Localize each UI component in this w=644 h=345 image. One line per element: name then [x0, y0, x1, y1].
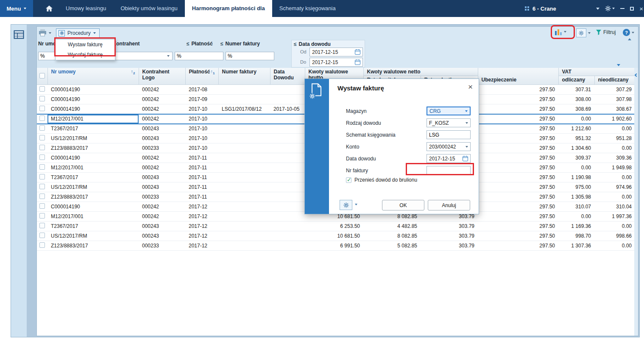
przenies-dowod-checkbox-row[interactable]: Przenieś dowód do brulionu — [346, 177, 417, 183]
cell: M12/2017/001 — [47, 114, 139, 124]
checkbox-checked[interactable] — [346, 177, 351, 183]
cell: C000014190 — [47, 95, 139, 104]
row-checkbox[interactable] — [39, 145, 45, 150]
row-checkbox[interactable] — [39, 86, 45, 92]
dialog-close-button[interactable]: × — [468, 83, 473, 91]
cell: 297.50 — [478, 153, 558, 163]
row-checkbox[interactable] — [39, 125, 45, 131]
procedury-menu-item[interactable]: Wystaw fakturę — [56, 39, 115, 50]
help-button[interactable]: ? — [623, 29, 634, 36]
rodzaj-dowodu-select[interactable]: F_KOSZ — [427, 118, 471, 127]
collapse-toolbar-chevron[interactable] — [628, 38, 631, 40]
table-row[interactable]: T2367/20170002432017-126 253.504 482.853… — [37, 222, 635, 231]
chevron-down-icon — [588, 32, 591, 34]
chevron-down-icon — [632, 32, 634, 34]
cell: 308.00 — [558, 95, 594, 104]
data-dowodu-input[interactable]: 2017-12-15 — [427, 154, 471, 163]
restore-button[interactable] — [630, 7, 634, 11]
close-button[interactable]: × — [639, 6, 643, 12]
filter-expand-chevron[interactable] — [617, 64, 620, 66]
procedury-menu-item[interactable]: Wycofaj fakturę — [56, 50, 115, 60]
row-checkbox[interactable] — [39, 194, 45, 199]
dialog-title: Wystaw fakturę — [337, 84, 384, 92]
row-checkbox[interactable] — [39, 174, 45, 180]
row-checkbox[interactable] — [39, 213, 45, 219]
chevron-down-icon[interactable] — [596, 8, 599, 10]
procedury-menu: Wystaw fakturęWycofaj fakturę — [55, 39, 115, 60]
tab-obiekty-umow-leasingu[interactable]: Obiekty umów leasingu — [113, 0, 184, 17]
print-button[interactable] — [39, 29, 51, 36]
table-row[interactable]: US/12/2017/RM0002432017-1210 681.508 082… — [37, 231, 635, 241]
select-all-checkbox[interactable] — [37, 68, 47, 85]
row-checkbox[interactable] — [39, 96, 45, 101]
home-button[interactable] — [41, 0, 58, 17]
tab-harmonogram-platnosci[interactable]: Harmonogram płatności dla — [185, 0, 272, 17]
col-header-ubezpieczenie[interactable]: Ubezpieczenie — [478, 68, 558, 85]
cell: 303.79 — [421, 231, 478, 241]
col-header-nieodliczany[interactable]: nieodliczany — [594, 76, 635, 85]
schemat-ksiegowania-input[interactable] — [427, 130, 471, 139]
filter-input-platnosc[interactable] — [175, 52, 223, 60]
cell: 2017-11 — [185, 173, 218, 182]
dialog-settings-button[interactable] — [340, 200, 352, 210]
row-checkbox[interactable] — [39, 203, 45, 209]
grid-settings-button[interactable] — [576, 28, 591, 37]
date-to-input[interactable]: 2017-12-15 — [309, 58, 363, 67]
table-row[interactable]: Z123/8883/20170002332017-126 991.505 082… — [37, 241, 635, 251]
row-checkbox[interactable] — [39, 164, 45, 170]
cell: 297.50 — [478, 85, 558, 95]
date-from-input[interactable]: 2017-12-15 — [309, 48, 363, 56]
cell: 1 169.36 — [558, 222, 594, 231]
row-checkbox[interactable] — [39, 233, 45, 238]
cell — [218, 134, 270, 143]
col-header-platnosc[interactable]: Płatność↑1 — [185, 68, 218, 85]
cell: 2017-09 — [185, 95, 218, 104]
funnel-icon — [596, 29, 602, 35]
magazyn-select[interactable]: CRG — [427, 107, 471, 115]
nr-faktury-input[interactable] — [427, 166, 471, 175]
tab-schematy-ksiegowania[interactable]: Schematy księgowania — [272, 0, 343, 17]
col-header-nr-umowy[interactable]: Nr umowy↑2 — [47, 68, 139, 85]
cell — [270, 95, 305, 104]
filter-button[interactable]: Filtruj — [596, 29, 616, 35]
filter-input-numer-faktury[interactable] — [226, 52, 274, 60]
collapse-left-chevron[interactable] — [634, 73, 638, 77]
cell: 0.00 — [558, 163, 594, 173]
cancel-button[interactable]: Anuluj — [428, 200, 470, 210]
cell: C000014190 — [47, 85, 139, 95]
col-header-odliczany[interactable]: odliczany — [558, 76, 594, 85]
cell — [218, 95, 270, 104]
konto-select[interactable]: 203/000242 — [427, 142, 471, 151]
chart-button[interactable] — [555, 28, 566, 35]
chevron-down-icon — [466, 122, 468, 124]
chevron-down-icon[interactable] — [355, 204, 357, 205]
menu-button[interactable]: Menu — [0, 0, 33, 17]
cell — [270, 173, 305, 182]
col-header-numer-faktury[interactable]: Numer faktury — [218, 68, 270, 85]
company-selector[interactable]: 6 - Crane — [525, 0, 556, 17]
tab-umowy-leasingu[interactable]: Umowy leasingu — [59, 0, 113, 17]
col-header-data-dowodu[interactable]: DataDowodu — [270, 68, 305, 85]
cell — [218, 192, 270, 202]
row-checkbox[interactable] — [39, 184, 45, 189]
window-controls: × — [596, 0, 643, 17]
cell: 309.36 — [594, 153, 635, 163]
row-checkbox[interactable] — [39, 106, 45, 111]
cell: 310.04 — [594, 202, 635, 212]
row-checkbox[interactable] — [39, 154, 45, 160]
row-checkbox[interactable] — [39, 135, 45, 140]
settings-button[interactable] — [605, 6, 615, 11]
col-header-kontrahent[interactable]: KontrahentLogo — [139, 68, 185, 85]
company-name: 6 - Crane — [532, 6, 556, 12]
minimize-button[interactable] — [620, 8, 624, 9]
row-checkbox[interactable] — [39, 115, 45, 121]
gear-icon — [576, 28, 586, 37]
cell: 8 082.85 — [363, 231, 421, 241]
row-checkbox[interactable] — [39, 242, 45, 248]
cell: 2017-08 — [185, 85, 218, 95]
table-view-button[interactable] — [14, 30, 24, 40]
cell: C000014190 — [47, 153, 139, 163]
row-checkbox[interactable] — [39, 223, 45, 228]
procedury-button[interactable]: Procedury — [56, 28, 100, 38]
ok-button[interactable]: OK — [382, 200, 424, 210]
